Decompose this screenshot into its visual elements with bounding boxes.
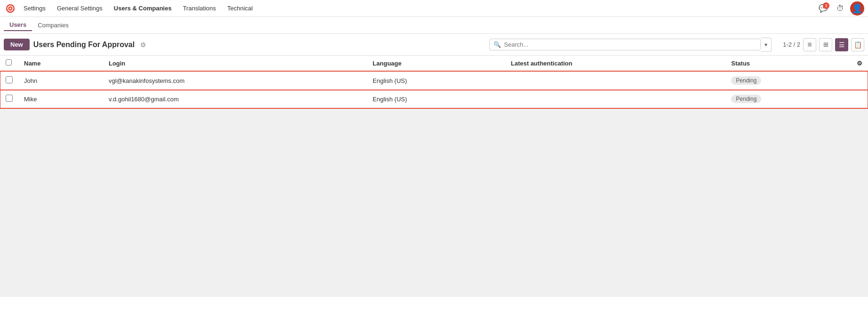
th-language[interactable]: Language <box>367 56 505 71</box>
row-checkbox-cell[interactable] <box>0 71 18 90</box>
table-row[interactable]: John vgl@kanakinfosystems.com English (U… <box>0 71 868 90</box>
row-latest-auth <box>505 71 726 90</box>
pagination-text: 1-2 / 2 <box>783 41 800 48</box>
row-status: Pending <box>725 71 851 90</box>
table-wrapper: Name Login Language Latest authenticatio… <box>0 56 868 108</box>
active-list-icon: ☰ <box>839 41 845 49</box>
th-status[interactable]: Status <box>725 56 851 71</box>
row-language: English (US) <box>367 90 505 108</box>
row-login: vgl@kanakinfosystems.com <box>103 71 367 90</box>
table-row[interactable]: Mike v.d.gohil1680@gmail.com English (US… <box>0 90 868 108</box>
row-status: Pending <box>725 90 851 108</box>
row-checkbox[interactable] <box>6 76 13 83</box>
avatar-icon: 👤 <box>852 3 862 14</box>
search-dropdown-button[interactable]: ▾ <box>761 38 772 52</box>
row-empty-settings <box>851 71 868 90</box>
user-avatar[interactable]: 👤 <box>850 1 864 16</box>
row-empty-settings <box>851 90 868 108</box>
nav-users-companies[interactable]: Users & Companies <box>109 3 176 14</box>
messages-button[interactable]: 💬 3 <box>816 1 830 16</box>
messages-badge: 3 <box>823 2 829 9</box>
view-list-btn[interactable]: ≡ <box>803 38 816 51</box>
page-title: Users Pending For Approval <box>33 41 135 49</box>
th-login[interactable]: Login <box>103 56 367 71</box>
activity-icon: 📋 <box>854 41 862 49</box>
search-icon: 🔍 <box>494 41 501 48</box>
clock-icon: ⏱ <box>836 4 844 13</box>
top-navigation: Settings General Settings Users & Compan… <box>0 0 868 17</box>
th-latest-auth[interactable]: Latest authentication <box>505 56 726 71</box>
nav-general-settings[interactable]: General Settings <box>52 3 107 14</box>
svg-point-2 <box>9 8 11 9</box>
users-table: Name Login Language Latest authenticatio… <box>0 56 868 108</box>
gear-icon[interactable]: ⚙ <box>140 41 146 49</box>
row-name: Mike <box>18 90 103 108</box>
row-language: English (US) <box>367 71 505 90</box>
row-latest-auth <box>505 90 726 108</box>
clock-button[interactable]: ⏱ <box>833 1 847 16</box>
subnav-companies[interactable]: Companies <box>32 20 74 31</box>
search-area: 🔍 ▾ <box>489 38 772 52</box>
status-badge: Pending <box>731 95 761 103</box>
toolbar-right: 1-2 / 2 ≡ ⊞ ☰ 📋 <box>783 38 864 51</box>
table-header-row: Name Login Language Latest authenticatio… <box>0 56 868 71</box>
nav-settings[interactable]: Settings <box>19 3 50 14</box>
status-badge: Pending <box>731 76 761 85</box>
th-column-settings[interactable]: ⚙ <box>851 56 868 71</box>
main-toolbar: New Users Pending For Approval ⚙ 🔍 ▾ 1-2… <box>0 34 868 56</box>
search-container: 🔍 <box>489 39 761 50</box>
row-checkbox[interactable] <box>6 95 13 102</box>
th-name[interactable]: Name <box>18 56 103 71</box>
view-listview-active-btn[interactable]: ☰ <box>835 38 848 51</box>
empty-area <box>0 108 868 297</box>
nav-translations[interactable]: Translations <box>178 3 221 14</box>
kanban-view-icon: ⊞ <box>823 41 828 48</box>
new-button[interactable]: New <box>4 39 30 50</box>
row-login: v.d.gohil1680@gmail.com <box>103 90 367 108</box>
app-logo[interactable] <box>4 2 17 15</box>
row-name: John <box>18 71 103 90</box>
nav-technical[interactable]: Technical <box>223 3 257 14</box>
list-view-icon: ≡ <box>807 41 812 49</box>
th-select-all[interactable] <box>0 56 18 71</box>
view-kanban-btn[interactable]: ⊞ <box>819 38 832 51</box>
table-body: John vgl@kanakinfosystems.com English (U… <box>0 71 868 108</box>
select-all-checkbox[interactable] <box>6 59 12 65</box>
sub-navigation: Users Companies <box>0 17 868 34</box>
top-nav-right: 💬 3 ⏱ 👤 <box>816 1 864 16</box>
search-input[interactable] <box>504 41 757 48</box>
view-activity-btn[interactable]: 📋 <box>851 38 864 51</box>
row-checkbox-cell[interactable] <box>0 90 18 108</box>
subnav-users[interactable]: Users <box>4 19 32 31</box>
